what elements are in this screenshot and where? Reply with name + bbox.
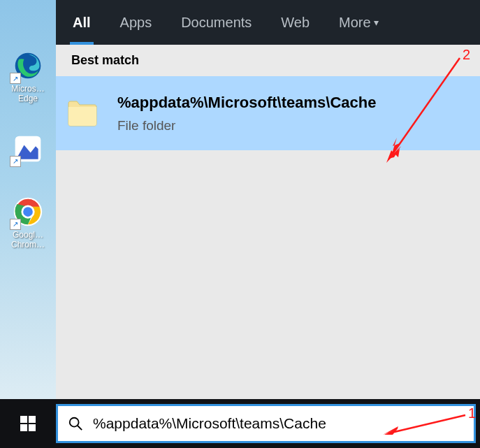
results-empty-area bbox=[56, 150, 480, 400]
desktop-icon-label: Micros…Edge bbox=[11, 84, 44, 104]
shortcut-arrow-icon: ↗ bbox=[10, 73, 21, 84]
search-tabs: All Apps Documents Web More ▾ bbox=[56, 0, 480, 45]
taskbar bbox=[0, 399, 480, 448]
tab-more[interactable]: More ▾ bbox=[339, 0, 379, 45]
chrome-icon: ↗ bbox=[11, 195, 45, 229]
search-results-panel: All Apps Documents Web More ▾ Best match… bbox=[56, 0, 480, 399]
tab-documents[interactable]: Documents bbox=[181, 0, 252, 45]
app-icon: ↗ bbox=[11, 132, 45, 166]
search-input[interactable] bbox=[93, 415, 464, 432]
desktop-icon-label: Googl…Chrom… bbox=[11, 230, 45, 250]
result-title: %appdata%\Microsoft\teams\Cache bbox=[117, 93, 465, 113]
section-header-best-match: Best match bbox=[56, 45, 480, 76]
windows-logo-icon bbox=[20, 416, 36, 431]
svg-rect-7 bbox=[20, 424, 27, 431]
folder-icon bbox=[67, 100, 98, 127]
svg-rect-6 bbox=[29, 416, 36, 423]
search-box[interactable] bbox=[56, 404, 476, 443]
search-icon bbox=[68, 416, 83, 431]
result-subtitle: File folder bbox=[117, 118, 465, 133]
chevron-down-icon: ▾ bbox=[374, 17, 379, 28]
tab-apps[interactable]: Apps bbox=[120, 0, 152, 45]
shortcut-arrow-icon: ↗ bbox=[10, 219, 21, 230]
edge-icon: ↗ bbox=[11, 49, 45, 82]
start-button[interactable] bbox=[0, 399, 56, 448]
desktop-area: ↗ Micros…Edge ↗ ↗ Googl…Chrom bbox=[0, 0, 56, 399]
svg-rect-8 bbox=[29, 424, 36, 431]
svg-line-10 bbox=[78, 426, 82, 430]
svg-rect-5 bbox=[20, 416, 27, 423]
shortcut-arrow-icon: ↗ bbox=[10, 156, 21, 167]
search-result-item[interactable]: %appdata%\Microsoft\teams\Cache File fol… bbox=[56, 76, 480, 150]
svg-point-9 bbox=[70, 418, 79, 427]
desktop-icon-generic[interactable]: ↗ bbox=[7, 132, 49, 167]
tab-all[interactable]: All bbox=[73, 0, 91, 45]
tab-web[interactable]: Web bbox=[281, 0, 310, 45]
desktop-icon-edge[interactable]: ↗ Micros…Edge bbox=[7, 49, 49, 104]
desktop-icon-chrome[interactable]: ↗ Googl…Chrom… bbox=[7, 195, 49, 250]
